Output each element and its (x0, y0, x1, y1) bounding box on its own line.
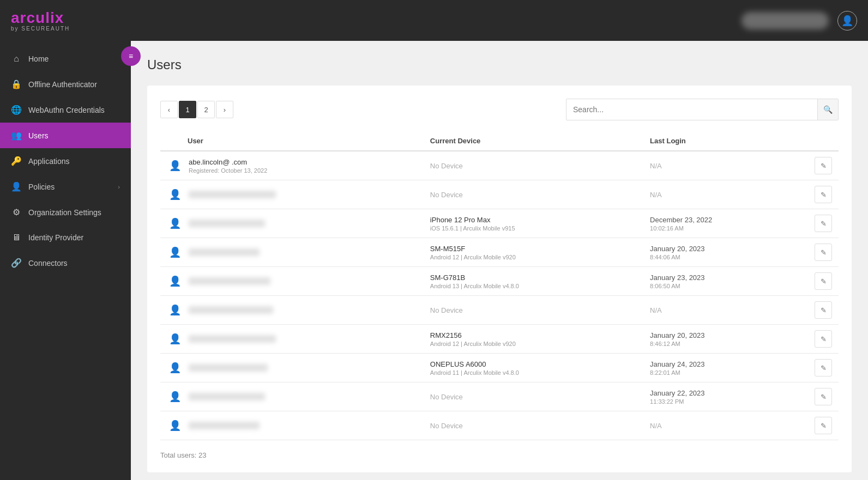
logo: arculix by SECUREAUTH (11, 9, 70, 32)
edit-button-0[interactable]: ✎ (815, 157, 832, 174)
globe-icon: 🌐 (11, 105, 22, 115)
user-name-blurred-6 (189, 335, 276, 343)
login-cell-6: January 20, 20238:46:12 AM (643, 325, 806, 354)
edit-button-3[interactable]: ✎ (815, 244, 832, 261)
topbar-search[interactable] (742, 12, 829, 29)
user-cell-5: 👤 (160, 296, 424, 325)
toolbar-row: ‹ 1 2 › 🔍 (160, 99, 839, 120)
users-table: User Current Device Last Login 👤 abe.lin… (160, 131, 839, 440)
table-row: 👤 RMX2156Android 12 | Arculix Mobile v92… (160, 325, 839, 354)
search-button[interactable]: 🔍 (817, 99, 838, 120)
user-avatar-7: 👤 (167, 362, 183, 374)
action-cell-3: ✎ (806, 238, 839, 267)
sidebar-label-users: Users (28, 131, 49, 140)
device-cell-7: ONEPLUS A6000Android 11 | Arculix Mobile… (424, 354, 643, 382)
user-regdate-0: Registered: October 13, 2022 (189, 167, 267, 174)
table-row: 👤 No DeviceN/A ✎ (160, 180, 839, 209)
table-row: 👤 SM-M515FAndroid 12 | Arculix Mobile v9… (160, 238, 839, 267)
edit-button-5[interactable]: ✎ (815, 301, 832, 319)
page-2-button[interactable]: 2 (197, 101, 215, 118)
user-avatar-0: 👤 (167, 160, 183, 172)
sidebar-label-offline: Offline Authenticator (28, 80, 97, 89)
connectors-icon: 🔗 (11, 258, 22, 268)
device-sub-2: iOS 15.6.1 | Arculix Mobile v915 (430, 225, 637, 232)
no-device-0: No Device (430, 162, 463, 170)
device-sub-4: Android 13 | Arculix Mobile v4.8.0 (430, 283, 637, 289)
action-cell-6: ✎ (806, 325, 839, 354)
col-header-login: Last Login (643, 131, 806, 151)
logo-sub: by SECUREAUTH (11, 26, 70, 32)
device-main-4: SM-G781B (430, 274, 637, 282)
user-name-blurred-2 (189, 220, 265, 228)
sidebar: ≡ ⌂ Home 🔒 Offline Authenticator 🌐 WebAu… (0, 41, 131, 480)
device-cell-0: No Device (424, 151, 643, 180)
device-main-7: ONEPLUS A6000 (430, 360, 637, 368)
edit-button-9[interactable]: ✎ (815, 417, 832, 434)
edit-button-2[interactable]: ✎ (815, 215, 832, 232)
search-input[interactable] (566, 101, 817, 118)
no-device-5: No Device (430, 306, 463, 314)
login-sub-7: 8:22:01 AM (650, 369, 799, 376)
action-cell-1: ✎ (806, 180, 839, 209)
device-sub-6: Android 12 | Arculix Mobile v920 (430, 341, 637, 347)
login-na-9: N/A (650, 422, 662, 430)
sidebar-item-org-settings[interactable]: ⚙ Organization Settings (0, 199, 131, 225)
sidebar-item-users[interactable]: 👥 Users (0, 123, 131, 148)
table-row: 👤 iPhone 12 Pro MaxiOS 15.6.1 | Arculix … (160, 209, 839, 238)
users-icon: 👥 (11, 130, 22, 141)
user-name-blurred-8 (189, 393, 265, 401)
device-cell-1: No Device (424, 180, 643, 209)
login-cell-8: January 22, 202311:33:22 PM (643, 382, 806, 411)
login-sub-4: 8:06:50 AM (650, 283, 799, 289)
edit-button-7[interactable]: ✎ (815, 359, 832, 376)
login-cell-7: January 24, 20238:22:01 AM (643, 354, 806, 382)
sidebar-label-policies: Policies (28, 183, 55, 191)
login-cell-1: N/A (643, 180, 806, 209)
device-main-2: iPhone 12 Pro Max (430, 216, 637, 224)
login-main-4: January 23, 2023 (650, 274, 799, 282)
login-cell-0: N/A (643, 151, 806, 180)
sidebar-item-identity-provider[interactable]: 🖥 Identity Provider (0, 225, 131, 250)
action-cell-0: ✎ (806, 151, 839, 180)
page-1-button[interactable]: 1 (179, 101, 196, 118)
gear-icon: ⚙ (11, 207, 22, 217)
user-avatar-2: 👤 (167, 217, 183, 229)
user-cell-3: 👤 (160, 238, 424, 267)
sidebar-item-webauthn[interactable]: 🌐 WebAuthn Credentials (0, 97, 131, 123)
content-area: Users ‹ 1 2 › 🔍 User (131, 41, 868, 480)
user-name-blurred-5 (189, 306, 273, 314)
search-box: 🔍 (566, 99, 839, 120)
device-sub-7: Android 11 | Arculix Mobile v4.8.0 (430, 369, 637, 376)
table-row: 👤 No DeviceN/A ✎ (160, 411, 839, 440)
edit-button-6[interactable]: ✎ (815, 330, 832, 348)
login-sub-6: 8:46:12 AM (650, 341, 799, 347)
sidebar-item-offline-authenticator[interactable]: 🔒 Offline Authenticator (0, 71, 131, 97)
device-cell-8: No Device (424, 382, 643, 411)
sidebar-item-applications[interactable]: 🔑 Applications (0, 148, 131, 174)
device-cell-2: iPhone 12 Pro MaxiOS 15.6.1 | Arculix Mo… (424, 209, 643, 238)
edit-button-8[interactable]: ✎ (815, 388, 832, 405)
table-row: 👤 SM-G781BAndroid 13 | Arculix Mobile v4… (160, 267, 839, 296)
user-avatar-4: 👤 (167, 275, 183, 287)
prev-page-button[interactable]: ‹ (160, 101, 178, 118)
lock-icon: 🔒 (11, 79, 22, 89)
sidebar-item-home[interactable]: ⌂ Home (0, 46, 131, 71)
device-sub-3: Android 12 | Arculix Mobile v920 (430, 254, 637, 260)
table-row: 👤 No DeviceN/A ✎ (160, 296, 839, 325)
login-cell-4: January 23, 20238:06:50 AM (643, 267, 806, 296)
next-page-button[interactable]: › (216, 101, 233, 118)
key-icon: 🔑 (11, 156, 22, 166)
user-cell-0: 👤 abe.lincoln@ .comRegistered: October 1… (160, 151, 424, 180)
edit-button-1[interactable]: ✎ (815, 186, 832, 203)
no-device-9: No Device (430, 422, 463, 430)
edit-button-4[interactable]: ✎ (815, 272, 832, 290)
sidebar-item-connectors[interactable]: 🔗 Connectors (0, 250, 131, 276)
action-cell-7: ✎ (806, 354, 839, 382)
sidebar-label-identity-provider: Identity Provider (28, 233, 83, 242)
user-avatar-9: 👤 (167, 420, 183, 432)
collapse-button[interactable]: ≡ (121, 46, 141, 66)
user-avatar-icon[interactable]: 👤 (837, 11, 857, 31)
sidebar-item-policies[interactable]: 👤 Policies › (0, 174, 131, 199)
col-header-actions (806, 131, 839, 151)
sidebar-label-webauthn: WebAuthn Credentials (28, 106, 105, 114)
